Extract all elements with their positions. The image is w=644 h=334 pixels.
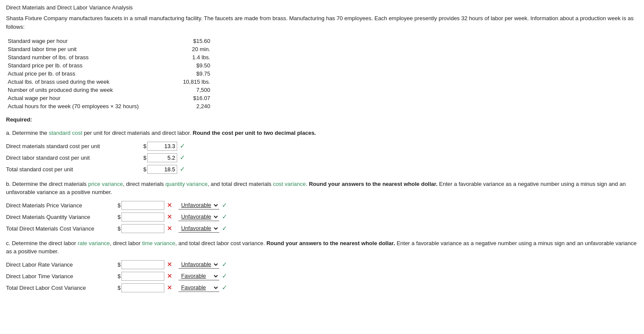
checkmark-icon: ✓ <box>180 154 185 161</box>
section-b-text-mid3: . <box>306 181 309 187</box>
info-row: Actual wage per hour$16.07 <box>6 94 212 102</box>
page-title: Direct Materials and Direct Labor Varian… <box>6 4 638 11</box>
info-row-label: Standard labor time per unit <box>6 45 156 53</box>
section-b-link1[interactable]: price variance <box>88 181 123 187</box>
info-row-label: Actual price per lb. of brass <box>6 70 156 78</box>
section-a-text-mid: per unit for direct materials and direct… <box>82 130 193 136</box>
required-label: Required: <box>6 116 638 123</box>
info-row: Number of units produced during the week… <box>6 86 212 94</box>
section-c-link1[interactable]: rate variance <box>78 240 110 246</box>
checkmark-icon: ✓ <box>222 213 227 221</box>
variance-input-field[interactable] <box>121 224 164 233</box>
checkmark-icon: ✓ <box>222 272 227 280</box>
section-c-variance-row: Direct Labor Rate Variance$✕UnfavorableF… <box>6 260 638 269</box>
info-row: Standard wage per hour$15.60 <box>6 37 212 45</box>
checkmark-icon: ✓ <box>222 284 227 291</box>
section-c: c. Determine the direct labor rate varia… <box>6 239 638 292</box>
variance-dollar-sign: $ <box>118 202 121 209</box>
info-row: Standard labor time per unit20 min. <box>6 45 212 53</box>
section-b-text-start: b. Determine the direct materials <box>6 181 88 187</box>
info-row-value: 2,240 <box>156 102 212 110</box>
info-row-value: 7,500 <box>156 86 212 94</box>
variance-input-field[interactable] <box>121 260 164 269</box>
section-a: a. Determine the standard cost per unit … <box>6 129 638 174</box>
variance-dropdown[interactable]: UnfavorableFavorable <box>178 272 219 280</box>
variance-label: Direct Materials Quantity Variance <box>6 214 118 220</box>
checkmark-icon: ✓ <box>180 165 185 173</box>
variance-input-field[interactable] <box>121 272 164 281</box>
section-a-cost-row: Direct labor standard cost per unit$✓ <box>6 153 638 162</box>
variance-dollar-sign: $ <box>118 225 121 232</box>
info-row-label: Actual hours for the week (70 employees … <box>6 102 156 110</box>
intro-text: Shasta Fixture Company manufactures fauc… <box>6 14 638 31</box>
x-icon: ✕ <box>167 261 172 268</box>
variance-dropdown[interactable]: UnfavorableFavorable <box>178 224 219 233</box>
section-c-text-mid2: , and total direct labor cost variance. <box>175 240 266 246</box>
x-icon: ✕ <box>167 284 172 291</box>
variance-label: Direct Labor Time Variance <box>6 273 118 279</box>
variance-label: Direct Labor Rate Variance <box>6 261 118 268</box>
cost-row-label: Total standard cost per unit <box>6 166 143 173</box>
info-row: Actual hours for the week (70 employees … <box>6 102 212 110</box>
cost-input-field[interactable] <box>147 153 177 162</box>
section-b-link3[interactable]: cost variance <box>273 181 306 187</box>
variance-dollar-sign: $ <box>118 285 121 291</box>
section-b-variance-row: Direct Materials Quantity Variance$✕Unfa… <box>6 213 638 222</box>
info-row-label: Standard price per lb. of brass <box>6 61 156 70</box>
variance-input-field[interactable] <box>121 213 164 222</box>
info-row: Actual price per lb. of brass$9.75 <box>6 70 212 78</box>
cost-dollar-sign: $ <box>143 143 146 149</box>
variance-label: Total Direct Labor Cost Variance <box>6 285 118 291</box>
section-b-variance-row: Direct Materials Price Variance$✕Unfavor… <box>6 201 638 210</box>
info-row-value: $16.07 <box>156 94 212 102</box>
section-a-text-start: a. Determine the <box>6 130 49 136</box>
info-row-label: Actual lbs. of brass used during the wee… <box>6 78 156 86</box>
info-row: Actual lbs. of brass used during the wee… <box>6 78 212 86</box>
section-a-cost-row: Total standard cost per unit$✓ <box>6 165 638 174</box>
variance-input-field[interactable] <box>121 201 164 210</box>
variance-input-field[interactable] <box>121 283 164 292</box>
variance-dropdown[interactable]: UnfavorableFavorable <box>178 283 219 292</box>
info-row: Standard price per lb. of brass$9.50 <box>6 61 212 70</box>
section-c-variance-row: Total Direct Labor Cost Variance$✕Unfavo… <box>6 283 638 292</box>
variance-label: Total Direct Materials Cost Variance <box>6 225 118 232</box>
section-c-variance-row: Direct Labor Time Variance$✕UnfavorableF… <box>6 272 638 281</box>
section-b-variance-row: Total Direct Materials Cost Variance$✕Un… <box>6 224 638 233</box>
info-row-label: Standard wage per hour <box>6 37 156 45</box>
info-row-value: 10,815 lbs. <box>156 78 212 86</box>
checkmark-icon: ✓ <box>222 261 227 268</box>
info-row-value: 1.4 lbs. <box>156 53 212 61</box>
checkmark-icon: ✓ <box>180 142 185 150</box>
info-row-label: Number of units produced during the week <box>6 86 156 94</box>
x-icon: ✕ <box>167 225 172 232</box>
info-row-value: 20 min. <box>156 45 212 53</box>
section-b-text-mid2: , and total direct materials <box>208 181 273 187</box>
variance-dropdown[interactable]: UnfavorableFavorable <box>178 201 219 210</box>
section-c-instruction: c. Determine the direct labor rate varia… <box>6 239 638 256</box>
x-icon: ✕ <box>167 213 172 221</box>
section-a-instruction: a. Determine the standard cost per unit … <box>6 129 638 137</box>
section-c-text-start: c. Determine the direct labor <box>6 240 78 246</box>
info-table: Standard wage per hour$15.60Standard lab… <box>6 37 212 110</box>
section-b-link2[interactable]: quantity variance <box>165 181 207 187</box>
cost-row-label: Direct materials standard cost per unit <box>6 143 143 149</box>
section-a-text-bold: Round the cost per unit to two decimal p… <box>193 130 316 136</box>
section-c-link2[interactable]: time variance <box>142 240 175 246</box>
variance-dollar-sign: $ <box>118 273 121 279</box>
variance-label: Direct Materials Price Variance <box>6 202 118 209</box>
x-icon: ✕ <box>167 272 172 280</box>
x-icon: ✕ <box>167 201 172 209</box>
cost-dollar-sign: $ <box>143 155 146 161</box>
section-a-link[interactable]: standard cost <box>49 130 82 136</box>
cost-row-label: Direct labor standard cost per unit <box>6 155 143 161</box>
section-a-cost-row: Direct materials standard cost per unit$… <box>6 142 638 151</box>
cost-input-field[interactable] <box>147 142 177 151</box>
cost-dollar-sign: $ <box>143 166 146 173</box>
variance-dropdown[interactable]: UnfavorableFavorable <box>178 213 219 221</box>
info-row-label: Standard number of lbs. of brass <box>6 53 156 61</box>
variance-dropdown[interactable]: UnfavorableFavorable <box>178 260 219 269</box>
cost-input-field[interactable] <box>147 165 177 174</box>
variance-dollar-sign: $ <box>118 261 121 268</box>
section-c-text-mid1: , direct labor <box>110 240 142 246</box>
section-b: b. Determine the direct materials price … <box>6 180 638 233</box>
